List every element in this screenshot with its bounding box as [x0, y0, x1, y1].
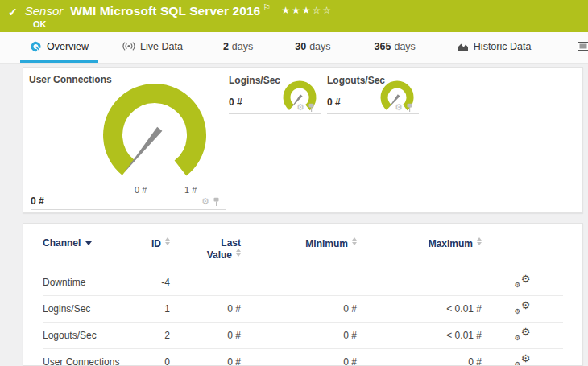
sort-icon [352, 237, 357, 245]
tab-live-data[interactable]: Live Data [113, 32, 193, 63]
pin-icon[interactable] [308, 103, 315, 113]
column-header-last-value[interactable]: Last Value [170, 224, 241, 269]
tab-365-days-unit: days [394, 41, 415, 52]
gauge-gear-icon[interactable]: ⚙ [395, 104, 403, 112]
gauge-gear-icon[interactable]: ⚙ [201, 198, 209, 206]
channels-panel: Channel ID Last Value Minimum Maximum [23, 223, 583, 366]
channel-maximum: < 0.01 # [357, 296, 482, 323]
channel-name: Logins/Sec [43, 296, 139, 323]
pin-icon[interactable] [213, 197, 220, 207]
favorite-flag-icon[interactable]: ⚐ [263, 2, 271, 13]
tab-historic-data[interactable]: Historic Data [448, 32, 541, 63]
small-gauge-title-logins: Logins/Sec [229, 75, 280, 86]
channel-settings-gears-icon[interactable]: ⚙⚙ [515, 355, 531, 366]
gauge-icon [30, 40, 42, 52]
small-gauge-value-logins: 0 # [229, 97, 242, 108]
channel-id: 2 [139, 323, 170, 349]
channel-maximum [357, 269, 482, 296]
tab-2-days[interactable]: 2 days [213, 32, 263, 63]
column-header-id[interactable]: ID [139, 224, 170, 269]
gauges-panel: User Connections 0 # 1 # 0 # ⚙ Logins/Se… [23, 67, 583, 213]
sensor-header: ✓ Sensor WMI Microsoft SQL Server 2016 ⚐… [0, 0, 588, 32]
sort-desc-icon [85, 241, 92, 245]
column-header-channel[interactable]: Channel [43, 224, 139, 269]
sort-icon [236, 249, 241, 257]
channel-id: -4 [139, 269, 170, 296]
channel-settings-gears-icon[interactable]: ⚙⚙ [515, 275, 531, 287]
column-header-id-label: ID [151, 238, 161, 249]
column-header-channel-label: Channel [43, 237, 81, 249]
tab-30-days-unit: days [309, 41, 330, 52]
table-row-logouts-sec: Logouts/Sec 2 0 # 0 # < 0.01 # ⚙⚙ [43, 323, 563, 349]
tab-log[interactable]: Log [568, 32, 588, 63]
channel-maximum: < 0.01 # [357, 323, 482, 349]
primary-gauge-value: 0 # [31, 195, 44, 207]
table-row-user-connections: User Connections 0 0 # 0 # 0 # ⚙⚙ [43, 349, 563, 366]
primary-gauge-scale-min: 0 # [135, 185, 147, 195]
sensor-kind-label: Sensor [25, 4, 64, 18]
tab-bar: Overview Live Data 2 days 30 days 365 da… [0, 32, 588, 64]
channel-minimum: 0 # [241, 323, 357, 349]
channel-last-value [170, 269, 241, 296]
channel-name: Downtime [43, 269, 139, 296]
small-gauge-value-logouts: 0 # [327, 97, 341, 108]
table-row-downtime: Downtime -4 ⚙⚙ [43, 269, 563, 296]
column-header-last-label: Last [221, 237, 241, 249]
pin-icon[interactable] [406, 103, 413, 113]
channel-settings-gears-icon[interactable]: ⚙⚙ [515, 328, 531, 340]
tab-live-data-label: Live Data [140, 41, 183, 52]
area-chart-icon [458, 42, 469, 51]
tab-overview-label: Overview [47, 41, 89, 52]
channel-minimum [241, 269, 357, 296]
column-header-minimum[interactable]: Minimum [241, 224, 357, 269]
tab-historic-data-label: Historic Data [474, 41, 532, 52]
channel-name: Logouts/Sec [43, 323, 139, 349]
channel-minimum: 0 # [241, 296, 357, 323]
column-header-minimum-label: Minimum [305, 238, 348, 249]
channel-name: User Connections [43, 349, 139, 366]
channel-id: 1 [139, 296, 170, 323]
channel-last-value: 0 # [170, 296, 241, 323]
gauge-gear-icon[interactable]: ⚙ [296, 104, 304, 112]
status-ok-check-icon: ✓ [8, 6, 18, 19]
column-header-actions [482, 224, 563, 269]
tab-2-days-number: 2 [223, 41, 229, 52]
channel-last-value: 0 # [170, 323, 241, 349]
small-gauge-title-logouts: Logouts/Sec [327, 75, 385, 86]
primary-gauge [98, 79, 211, 191]
tab-365-days[interactable]: 365 days [365, 32, 425, 63]
log-list-icon [578, 42, 588, 51]
channel-last-value: 0 # [170, 349, 241, 366]
column-header-maximum-label: Maximum [429, 238, 473, 249]
tab-30-days[interactable]: 30 days [285, 32, 340, 63]
tab-30-days-number: 30 [295, 41, 306, 52]
table-row-logins-sec: Logins/Sec 1 0 # 0 # < 0.01 # ⚙⚙ [43, 296, 563, 323]
tab-2-days-unit: days [232, 41, 253, 52]
sort-icon [477, 237, 482, 245]
column-header-maximum[interactable]: Maximum [357, 224, 482, 269]
column-header-value-label: Value [207, 249, 232, 261]
channels-table: Channel ID Last Value Minimum Maximum [43, 224, 563, 366]
sort-icon [165, 237, 170, 245]
table-header-row: Channel ID Last Value Minimum Maximum [43, 224, 563, 269]
channel-minimum: 0 # [241, 349, 357, 366]
sensor-name: WMI Microsoft SQL Server 2016 [70, 4, 260, 19]
broadcast-icon [122, 41, 135, 51]
channel-id: 0 [139, 349, 170, 366]
channel-settings-gears-icon[interactable]: ⚙⚙ [515, 302, 531, 314]
priority-stars[interactable]: ★★★☆☆ [281, 5, 333, 16]
channel-maximum: 0 # [357, 349, 482, 366]
tab-overview[interactable]: Overview [20, 32, 98, 63]
primary-gauge-scale-max: 1 # [184, 185, 197, 195]
status-badge: OK [33, 19, 580, 29]
tab-365-days-number: 365 [375, 41, 391, 52]
